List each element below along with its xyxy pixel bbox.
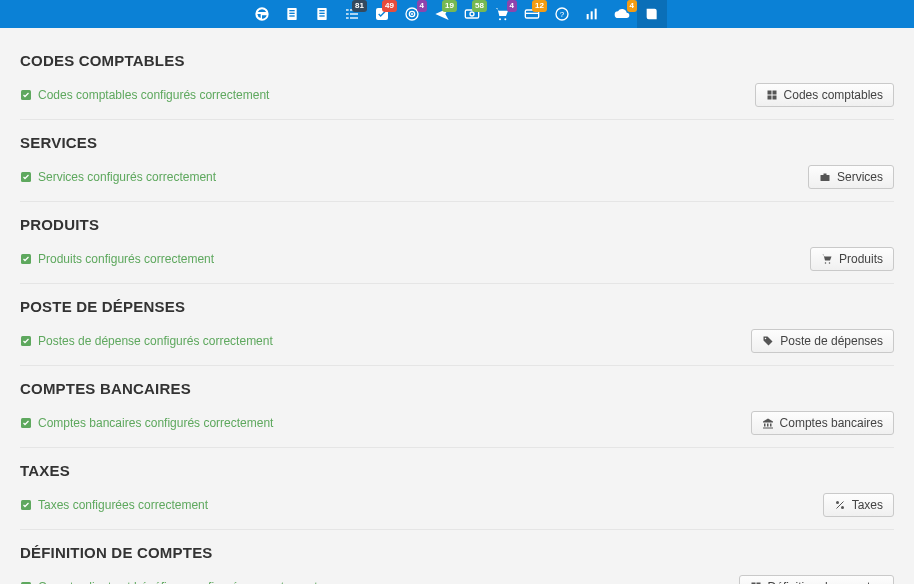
send-icon[interactable]: 19 [427,0,457,28]
svg-rect-7 [319,15,324,16]
chart-icon[interactable] [577,0,607,28]
taxes-button[interactable]: Taxes [823,493,894,517]
status-line: Comptes bancaires configurés correctemen… [20,416,273,430]
codes-comptables-button[interactable]: Codes comptables [755,83,894,107]
svg-point-21 [504,18,506,20]
section-taxes: TAXES Taxes configurées correctement Tax… [20,448,894,530]
svg-rect-27 [591,11,593,19]
list-icon[interactable]: 81 [337,0,367,28]
section-poste-depenses: POSTE DE DÉPENSES Postes de dépense conf… [20,284,894,366]
svg-point-44 [841,506,844,509]
section-codes-comptables: CODES COMPTABLES Codes comptables config… [20,38,894,120]
cloud-icon[interactable]: 4 [607,0,637,28]
section-services: SERVICES Services configurés correctemen… [20,120,894,202]
card-badge: 12 [532,0,547,12]
grid-icon [766,89,778,101]
status-text: Compte clients et bénéfices configurés c… [38,580,317,584]
svg-point-20 [499,18,501,20]
pay-badge: 58 [472,0,487,12]
produits-button[interactable]: Produits [810,247,894,271]
status-text: Services configurés correctement [38,170,216,184]
button-label: Comptes bancaires [780,416,883,430]
svg-rect-35 [820,175,829,181]
status-text: Taxes configurées correctement [38,498,208,512]
svg-rect-28 [595,9,597,20]
button-label: Codes comptables [784,88,883,102]
target-badge: 4 [417,0,427,12]
svg-point-40 [765,338,767,340]
svg-rect-26 [587,14,589,19]
section-definition-comptes: DÉFINITION DE COMPTES Compte clients et … [20,530,894,584]
section-title: SERVICES [20,134,894,151]
svg-rect-1 [289,10,294,11]
doc2-icon[interactable] [307,0,337,28]
svg-rect-11 [350,13,358,14]
section-title: PRODUITS [20,216,894,233]
section-produits: PRODUITS Produits configurés correctemen… [20,202,894,284]
section-title: TAXES [20,462,894,479]
check-square-icon [20,499,32,511]
section-title: COMPTES BANCAIRES [20,380,894,397]
status-text: Comptes bancaires configurés correctemen… [38,416,273,430]
target-icon[interactable]: 4 [397,0,427,28]
check-square-icon [20,253,32,265]
cloud-badge: 4 [627,0,637,12]
status-text: Postes de dépense configurés correctemen… [38,334,273,348]
section-title: CODES COMPTABLES [20,52,894,69]
svg-rect-30 [767,91,771,95]
list-badge: 81 [352,0,367,12]
check-square-icon [20,335,32,347]
svg-rect-6 [319,13,324,14]
poste-depenses-button[interactable]: Poste de dépenses [751,329,894,353]
svg-point-37 [825,262,827,264]
card-icon[interactable]: 12 [517,0,547,28]
button-label: Définition de comptes [768,580,883,584]
pay-icon[interactable]: 58 [457,0,487,28]
cart-icon[interactable]: 4 [487,0,517,28]
status-text: Codes comptables configurés correctement [38,88,269,102]
svg-rect-33 [772,96,776,100]
check-icon[interactable]: 49 [367,0,397,28]
services-button[interactable]: Services [808,165,894,189]
content: CODES COMPTABLES Codes comptables config… [0,28,914,584]
svg-point-43 [836,501,839,504]
svg-rect-31 [772,91,776,95]
svg-rect-32 [767,96,771,100]
check-square-icon [20,417,32,429]
button-label: Taxes [852,498,883,512]
send-badge: 19 [442,0,457,12]
status-line: Compte clients et bénéfices configurés c… [20,580,317,584]
svg-rect-12 [346,17,349,18]
cart-badge: 4 [507,0,517,12]
comptes-bancaires-button[interactable]: Comptes bancaires [751,411,894,435]
status-text: Produits configurés correctement [38,252,214,266]
briefcase-icon [819,171,831,183]
definition-comptes-button[interactable]: Définition de comptes [739,575,894,584]
svg-point-38 [829,262,831,264]
help-icon[interactable]: ? [547,0,577,28]
button-label: Produits [839,252,883,266]
book-icon[interactable] [637,0,667,28]
percent-icon [834,499,846,511]
check-square-icon [20,171,32,183]
svg-point-19 [470,12,474,16]
button-label: Services [837,170,883,184]
button-label: Poste de dépenses [780,334,883,348]
svg-rect-5 [319,10,324,11]
dashboard-icon[interactable] [247,0,277,28]
section-comptes-bancaires: COMPTES BANCAIRES Comptes bancaires conf… [20,366,894,448]
tag-icon [762,335,774,347]
topbar: 81 49 4 19 58 4 12 ? 4 [0,0,914,28]
svg-rect-8 [346,9,349,10]
section-title: POSTE DE DÉPENSES [20,298,894,315]
section-title: DÉFINITION DE COMPTES [20,544,894,561]
doc1-icon[interactable] [277,0,307,28]
cart-icon [821,253,833,265]
svg-rect-23 [525,13,538,14]
svg-rect-13 [350,17,358,18]
check-badge: 49 [382,0,397,12]
svg-rect-3 [289,15,294,16]
check-square-icon [20,89,32,101]
svg-rect-10 [346,13,349,14]
status-line: Codes comptables configurés correctement [20,88,269,102]
